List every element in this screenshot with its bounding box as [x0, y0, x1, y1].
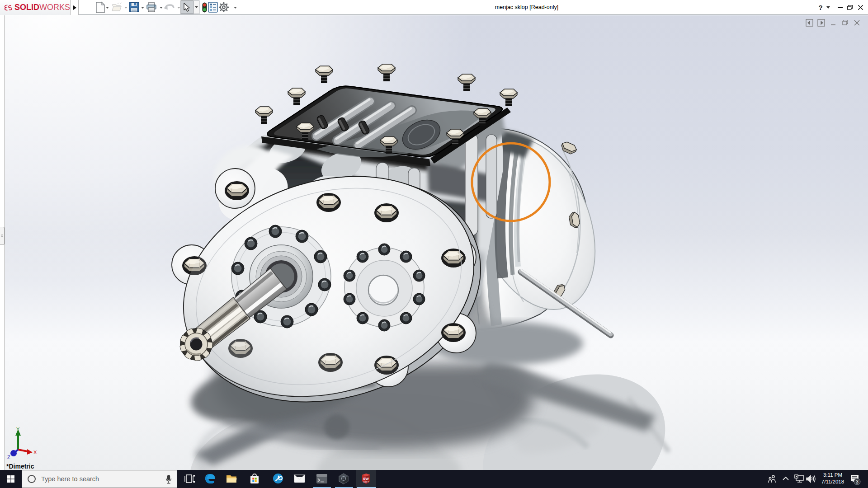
svg-text:X: X [33, 450, 37, 455]
svg-text:SW: SW [363, 477, 369, 481]
svg-text:2017: 2017 [363, 481, 369, 483]
svg-text:Z: Z [7, 455, 10, 460]
svg-text:3: 3 [856, 479, 859, 484]
svg-text:Y: Y [16, 427, 20, 432]
